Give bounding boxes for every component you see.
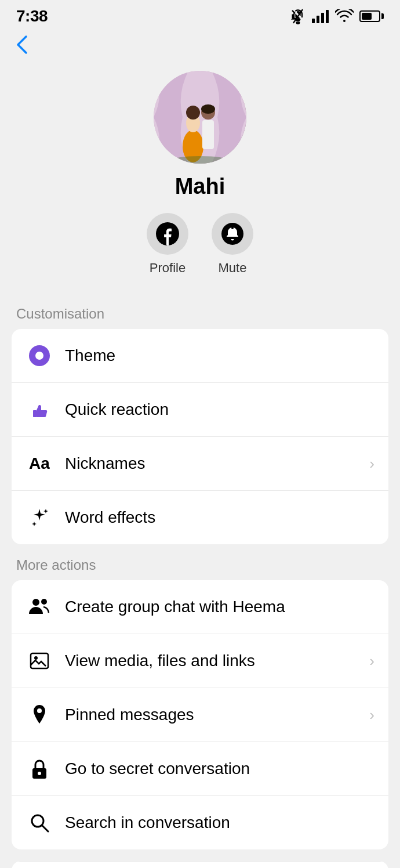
lock-icon xyxy=(26,755,53,783)
search-icon xyxy=(26,809,53,837)
battery-icon xyxy=(359,10,384,22)
secret-conversation-menu-item[interactable]: Go to secret conversation xyxy=(12,742,388,796)
mute-icon xyxy=(290,8,306,24)
create-group-label: Create group chat with Heema xyxy=(65,598,374,616)
svg-point-21 xyxy=(37,708,42,713)
theme-label: Theme xyxy=(65,346,374,365)
action-buttons: Profile Mute xyxy=(147,213,253,276)
search-icon-svg xyxy=(29,812,50,833)
svg-point-17 xyxy=(32,599,39,606)
pinned-messages-menu-item[interactable]: Pinned messages › xyxy=(12,688,388,742)
avatar-image xyxy=(154,71,246,164)
more-actions-header: More actions xyxy=(0,544,400,580)
word-effects-label: Word effects xyxy=(65,508,374,527)
nicknames-menu-item[interactable]: Aa Nicknames › xyxy=(12,437,388,491)
quick-reaction-menu-item[interactable]: Quick reaction xyxy=(12,383,388,437)
signal-icon xyxy=(312,9,329,23)
quick-reaction-label: Quick reaction xyxy=(65,400,374,419)
status-time: 7:38 xyxy=(16,7,48,26)
group-icon xyxy=(26,593,53,621)
secret-conversation-label: Go to secret conversation xyxy=(65,760,374,778)
facebook-icon xyxy=(156,222,179,245)
notifications-menu-item[interactable]: Notifications & sounds xyxy=(12,861,388,868)
profile-action-button[interactable]: Profile xyxy=(147,213,188,276)
lock-icon-svg xyxy=(30,758,49,780)
svg-point-11 xyxy=(201,104,215,114)
customisation-section: Customisation Theme Quick reaction xyxy=(0,293,400,544)
avatar[interactable] xyxy=(154,71,246,164)
view-media-chevron: › xyxy=(369,652,374,670)
more-actions-card: Create group chat with Heema View media,… xyxy=(12,580,388,849)
wifi-icon xyxy=(335,9,354,23)
status-bar: 7:38 xyxy=(0,0,400,30)
svg-rect-0 xyxy=(312,19,315,23)
quick-reaction-icon xyxy=(26,396,53,424)
search-conversation-label: Search in conversation xyxy=(65,813,374,832)
image-icon xyxy=(28,650,50,672)
svg-rect-1 xyxy=(317,16,319,23)
sparkle-icon xyxy=(28,507,50,529)
svg-point-8 xyxy=(186,106,200,120)
svg-line-25 xyxy=(42,826,48,831)
nicknames-label: Nicknames xyxy=(65,454,369,473)
nicknames-chevron: › xyxy=(369,455,374,473)
aa-text-icon: Aa xyxy=(29,454,50,473)
search-conversation-menu-item[interactable]: Search in conversation xyxy=(12,796,388,849)
mute-action-button[interactable]: Mute xyxy=(212,213,253,276)
svg-point-18 xyxy=(41,599,47,605)
theme-menu-item[interactable]: Theme xyxy=(12,329,388,383)
svg-rect-16 xyxy=(33,410,37,417)
svg-point-23 xyxy=(38,772,41,775)
theme-icon-container xyxy=(26,342,53,370)
pin-icon xyxy=(26,701,53,729)
bell-icon xyxy=(221,223,243,245)
pinned-messages-chevron: › xyxy=(369,706,374,724)
thumbsup-icon xyxy=(28,399,50,421)
create-group-menu-item[interactable]: Create group chat with Heema xyxy=(12,580,388,634)
profile-section: Mahi Profile Mute xyxy=(0,59,400,293)
back-button[interactable] xyxy=(0,30,44,59)
svg-point-15 xyxy=(231,227,234,229)
theme-icon xyxy=(29,345,50,366)
customisation-card: Theme Quick reaction Aa Nicknames › xyxy=(12,329,388,544)
customisation-header: Customisation xyxy=(0,293,400,329)
mute-action-label: Mute xyxy=(219,261,247,276)
pin-icon-svg xyxy=(30,704,49,726)
svg-rect-9 xyxy=(202,120,214,149)
contact-name: Mahi xyxy=(175,174,226,199)
nicknames-icon: Aa xyxy=(26,450,53,478)
word-effects-menu-item[interactable]: Word effects xyxy=(12,491,388,544)
profile-action-label: Profile xyxy=(150,261,186,276)
status-icons xyxy=(290,8,384,24)
more-actions-section: More actions Create group chat with Heem… xyxy=(0,544,400,849)
svg-rect-3 xyxy=(326,10,329,23)
group-people-icon xyxy=(28,596,51,617)
notifications-section: Notifications & sounds xyxy=(12,861,388,868)
pinned-messages-label: Pinned messages xyxy=(65,706,369,724)
media-icon xyxy=(26,647,53,675)
view-media-menu-item[interactable]: View media, files and links › xyxy=(12,634,388,688)
profile-icon-circle xyxy=(147,213,188,255)
mute-icon-circle xyxy=(212,213,253,255)
view-media-label: View media, files and links xyxy=(65,652,369,670)
word-effects-icon xyxy=(26,504,53,531)
svg-rect-2 xyxy=(321,13,324,23)
svg-point-20 xyxy=(34,656,38,660)
